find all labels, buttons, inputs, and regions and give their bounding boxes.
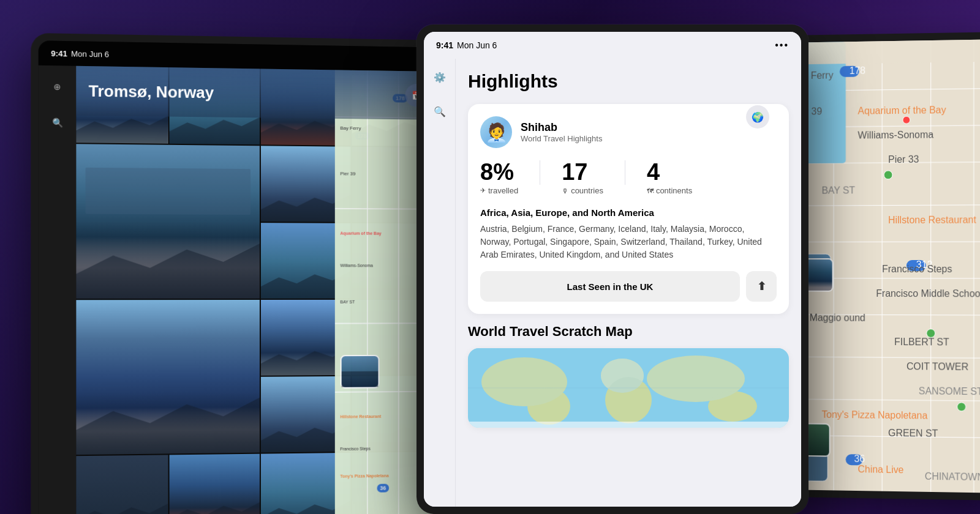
- photo-cell[interactable]: [76, 455, 168, 514]
- stat-countries: 17 🎙 countries: [562, 160, 603, 195]
- stat-countries-label: countries: [571, 186, 603, 195]
- tablet-right: •••: [779, 32, 980, 501]
- search-icon-left[interactable]: 🔍: [48, 114, 66, 132]
- tablet-right-screen: •••: [786, 39, 980, 493]
- stat-travelled-label-row: ✈ travelled: [480, 186, 518, 195]
- svg-text:BAY ST: BAY ST: [821, 185, 855, 195]
- svg-point-9: [647, 356, 745, 402]
- main-panel: 🌍 Highlights 🧑‍💼 Shihab World Travel Hig…: [456, 59, 801, 507]
- tablet-center-dots: •••: [775, 40, 789, 51]
- svg-text:36: 36: [854, 453, 865, 464]
- svg-text:COIT TOWER: COIT TOWER: [907, 361, 968, 372]
- search-icon-center[interactable]: 🔍: [431, 103, 448, 120]
- tablet-left-screen: 9:41 Mon Jun 6 •• ⊕ 🔍 Tromsø, Norway 📅: [39, 40, 440, 514]
- right-map-bg: Bay Ferry Pier 39 178 312 36 Aquarium of…: [786, 39, 980, 493]
- share-icon: ⬆: [757, 280, 766, 293]
- stats-row: 8% ✈ travelled 17 🎙 countries: [480, 160, 777, 195]
- photo-cell[interactable]: [76, 300, 260, 455]
- user-name: Shihab: [521, 121, 602, 134]
- svg-text:Tony's Pizza Napoletana: Tony's Pizza Napoletana: [821, 409, 927, 420]
- photo-cell[interactable]: [169, 454, 260, 514]
- photo-cell[interactable]: [76, 144, 260, 299]
- tablet-center: 9:41 Mon Jun 6 ••• ⚙️ 🔍 🌍 Highlights: [417, 24, 809, 514]
- stat-continents-value: 4: [647, 160, 692, 184]
- svg-text:China Live: China Live: [858, 464, 904, 475]
- stat-travelled-value: 8%: [480, 160, 518, 184]
- user-row: 🧑‍💼 Shihab World Travel Highlights: [480, 116, 777, 148]
- svg-point-39: [957, 403, 966, 411]
- svg-text:Pier 33: Pier 33: [888, 154, 919, 165]
- scratch-map-card[interactable]: [468, 348, 789, 428]
- stat-travelled: 8% ✈ travelled: [480, 160, 518, 195]
- svg-text:Williams-Sonoma: Williams-Sonoma: [858, 129, 934, 140]
- svg-rect-7: [468, 422, 789, 428]
- tablet-center-date: Mon Jun 6: [457, 40, 497, 50]
- plane-icon: ✈: [480, 187, 486, 195]
- tablet-center-status-bar: 9:41 Mon Jun 6 •••: [424, 32, 801, 59]
- svg-text:Maggio ound: Maggio ound: [810, 312, 865, 322]
- stat-continents-label: continents: [656, 186, 692, 195]
- stat-continents-label-row: 🗺 continents: [647, 186, 692, 195]
- globe-button[interactable]: 🌍: [746, 105, 769, 128]
- tablet-right-status: •••: [786, 39, 980, 64]
- countries-list: Austria, Belgium, France, Germany, Icela…: [480, 223, 777, 261]
- svg-text:Hillstone Restaurant: Hillstone Restaurant: [888, 215, 976, 226]
- user-info: Shihab World Travel Highlights: [521, 121, 602, 143]
- svg-text:Aquarium of the Bay: Aquarium of the Bay: [858, 105, 946, 116]
- svg-text:CHINATOWN: CHINATOWN: [925, 471, 980, 483]
- tablet-left: 9:41 Mon Jun 6 •• ⊕ 🔍 Tromsø, Norway 📅: [31, 33, 447, 514]
- tablet-left-date: Mon Jun 6: [71, 49, 109, 59]
- svg-point-10: [481, 357, 567, 406]
- svg-text:Francisco Steps: Francisco Steps: [882, 264, 952, 274]
- photo-grid-header: Tromsø, Norway 📅: [76, 66, 440, 120]
- tablet-center-screen: 9:41 Mon Jun 6 ••• ⚙️ 🔍 🌍 Highlights: [424, 32, 801, 507]
- avatar: 🧑‍💼: [480, 116, 512, 148]
- highlights-card: 🧑‍💼 Shihab World Travel Highlights 8% ✈: [468, 104, 789, 314]
- stat-continents: 4 🗺 continents: [647, 160, 692, 195]
- svg-text:Francisco Middle School: Francisco Middle School: [876, 288, 980, 299]
- svg-point-40: [903, 116, 910, 124]
- svg-text:178: 178: [850, 65, 866, 75]
- svg-point-37: [884, 171, 892, 179]
- user-subtitle: World Travel Highlights: [521, 134, 602, 143]
- location-title: Tromsø, Norway: [89, 81, 214, 102]
- stats-divider-1: [540, 160, 540, 185]
- stat-countries-label-row: 🎙 countries: [562, 186, 603, 195]
- page-title: Highlights: [468, 71, 789, 92]
- scratch-map-title: World Travel Scratch Map: [468, 324, 789, 340]
- action-row: Last Seen in the UK ⬆: [480, 271, 777, 302]
- continents-visited: Africa, Asia, Europe, and North America: [480, 207, 777, 218]
- gear-icon[interactable]: ⚙️: [431, 69, 448, 86]
- stat-travelled-label: travelled: [488, 186, 518, 195]
- svg-line-18: [786, 242, 980, 242]
- map-icon: 🗺: [647, 187, 654, 195]
- last-seen-button[interactable]: Last Seen in the UK: [480, 271, 740, 302]
- center-sidebar: ⚙️ 🔍: [424, 59, 456, 507]
- avatar-emoji: 🧑‍💼: [485, 122, 508, 143]
- stat-countries-value: 17: [562, 160, 603, 184]
- tablet-left-time: 9:41: [51, 48, 67, 58]
- tablet-center-time: 9:41: [436, 40, 453, 50]
- stats-divider-2: [625, 160, 625, 185]
- center-content: ⚙️ 🔍 🌍 Highlights 🧑‍💼: [424, 59, 801, 507]
- mic-icon: 🎙: [562, 187, 568, 195]
- svg-text:GREEN ST: GREEN ST: [888, 428, 938, 439]
- scratch-map-visual: [468, 348, 789, 428]
- share-button[interactable]: ⬆: [746, 271, 777, 302]
- svg-text:SANSOME ST: SANSOME ST: [919, 386, 980, 397]
- left-tablet-sidebar: ⊕ 🔍: [39, 65, 77, 514]
- svg-text:FILBERT ST: FILBERT ST: [894, 337, 949, 348]
- compass-icon[interactable]: ⊕: [48, 78, 66, 95]
